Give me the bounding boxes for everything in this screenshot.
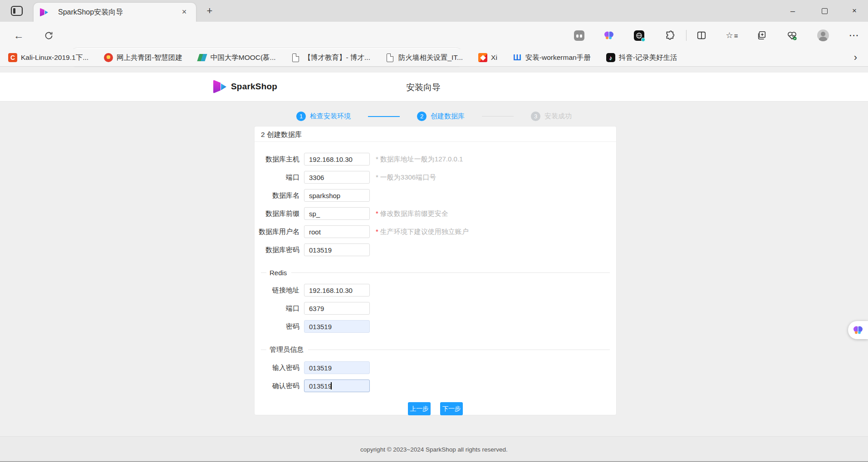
prev-step-button[interactable]: 上一步: [408, 402, 431, 415]
admin-form: 输入密码 确认密码: [255, 355, 616, 392]
tab-title: SparkShop安装向导: [58, 8, 179, 17]
bookmark-item[interactable]: Xi: [478, 53, 497, 62]
sparkshop-logo-icon: [213, 79, 227, 94]
form-row: 数据库前缀 *修改数据库前缀更安全: [256, 207, 610, 220]
form-row: 数据库主机 *数据库地址一般为127.0.0.1: [256, 153, 610, 165]
field-hint: *修改数据库前缀更安全: [376, 209, 448, 218]
step-success: 3 安装成功: [531, 112, 572, 121]
split-screen-icon[interactable]: [693, 28, 710, 43]
document-favicon: [386, 53, 395, 62]
webpage: SparkShop 安装向导 1 检查安装环境 2 创建数据库 3 安装成功 2…: [0, 67, 868, 462]
db-password-input[interactable]: [304, 243, 370, 256]
window-minimize-button[interactable]: –: [779, 0, 806, 22]
bookmark-item[interactable]: 防火墙相关设置_IT...: [386, 53, 463, 63]
field-label: 确认密码: [256, 382, 299, 390]
step-number: 3: [531, 112, 540, 121]
brand-name: SparkShop: [231, 82, 277, 92]
bookmarks-bar: C Kali-Linux-2019.1下... 网上共青团-智慧团建 中国大学M…: [0, 49, 868, 67]
field-label: 数据库名: [256, 191, 299, 200]
floating-extension-widget[interactable]: [848, 321, 868, 339]
next-step-button[interactable]: 下一步: [440, 402, 463, 415]
field-label: 数据库密码: [256, 246, 299, 254]
settings-more-icon[interactable]: ⋯: [846, 28, 862, 43]
page-header: SparkShop 安装向导: [0, 73, 868, 102]
form-row: 密码: [256, 320, 610, 333]
redis-form: 链接地址 端口 密码: [255, 277, 616, 333]
back-icon[interactable]: ←: [10, 27, 27, 44]
browser-essentials-icon[interactable]: [784, 28, 800, 43]
sparkshop-favicon: [40, 7, 49, 17]
extension-brain-icon[interactable]: [601, 28, 617, 43]
favorites-list-icon[interactable]: ☆≡: [724, 28, 740, 43]
extension-translate-icon[interactable]: [631, 28, 647, 43]
new-tab-button[interactable]: +: [203, 5, 216, 17]
form-row: 数据库用户名 *生产环境下建议使用独立账户: [256, 225, 610, 238]
bookmark-item[interactable]: Ш 安装-workerman手册: [513, 53, 591, 63]
document-favicon: [291, 53, 300, 62]
xi-favicon: [478, 53, 487, 62]
window-close-button[interactable]: ×: [841, 0, 868, 22]
bookmark-item[interactable]: C Kali-Linux-2019.1下...: [8, 53, 88, 63]
field-label: 链接地址: [256, 286, 299, 295]
field-hint: *生产环境下建议使用独立账户: [376, 228, 469, 236]
bookmark-item[interactable]: 【博才教育】- 博才...: [291, 53, 370, 63]
redis-password-input[interactable]: [304, 320, 370, 333]
bookmarks-overflow-icon[interactable]: ›: [854, 52, 860, 63]
extension-gray-icon[interactable]: [571, 28, 587, 43]
admin-password-input[interactable]: [304, 361, 370, 374]
brand: SparkShop: [213, 79, 277, 94]
text-cursor: [331, 382, 332, 389]
db-name-input[interactable]: [304, 189, 370, 202]
redis-host-input[interactable]: [304, 284, 370, 297]
db-prefix-input[interactable]: [304, 207, 370, 220]
field-label: 密码: [256, 322, 299, 331]
bookmark-item[interactable]: 中国大学MOOC(慕...: [198, 53, 276, 63]
window-maximize-button[interactable]: [811, 0, 838, 22]
form-row: 数据库密码: [256, 243, 610, 256]
button-row: 上一步 下一步: [255, 402, 616, 415]
field-hint: *数据库地址一般为127.0.0.1: [376, 155, 463, 164]
db-port-input[interactable]: [304, 171, 370, 184]
db-user-input[interactable]: [304, 225, 370, 238]
step-number: 1: [296, 112, 306, 121]
field-label: 数据库前缀: [256, 209, 299, 218]
form-row: 端口 *一般为3306端口号: [256, 171, 610, 184]
profile-avatar[interactable]: [815, 28, 831, 43]
brain-icon: [853, 325, 863, 336]
browser-toolbar: ← 不安全 192.168.20.100/install/index/step2…: [0, 22, 868, 49]
mooc-favicon: [198, 53, 207, 62]
step-indicator: 1 检查安装环境 2 创建数据库 3 安装成功: [0, 112, 868, 121]
browser-titlebar: SparkShop安装向导 × + – ×: [0, 0, 868, 22]
toolbar-divider: [686, 30, 687, 41]
admin-section-divider: 管理员信息: [255, 345, 616, 354]
field-label: 数据库用户名: [256, 228, 299, 236]
league-favicon: [104, 53, 113, 62]
page-footer: copyright © 2023~2024 SparkShop all righ…: [0, 436, 868, 462]
collections-icon[interactable]: [754, 28, 770, 43]
extensions-puzzle-icon[interactable]: [661, 28, 677, 43]
field-hint: *一般为3306端口号: [376, 173, 436, 182]
tab-workspaces-icon[interactable]: [10, 5, 24, 17]
step-connector: [482, 116, 514, 117]
db-host-input[interactable]: [304, 153, 370, 165]
refresh-icon[interactable]: [40, 27, 57, 44]
bookmark-item[interactable]: ♪ 抖音-记录美好生活: [606, 53, 677, 63]
kali-favicon: C: [8, 53, 17, 62]
form-row: 确认密码: [256, 379, 610, 392]
field-label: 数据库主机: [256, 155, 299, 164]
step-number: 2: [417, 112, 427, 121]
admin-password-confirm-input[interactable]: [304, 379, 370, 392]
db-form: 数据库主机 *数据库地址一般为127.0.0.1 端口 *一般为3306端口号 …: [255, 142, 616, 256]
form-row: 端口: [256, 302, 610, 315]
step-connector: [368, 116, 400, 117]
workerman-favicon: Ш: [513, 53, 522, 62]
field-label: 端口: [256, 304, 299, 313]
form-row: 数据库名: [256, 189, 610, 202]
tab-close-icon[interactable]: ×: [179, 7, 190, 18]
bookmark-item[interactable]: 网上共青团-智慧团建: [104, 53, 182, 63]
copyright-text: copyright © 2023~2024 SparkShop all righ…: [360, 446, 508, 453]
redis-port-input[interactable]: [304, 302, 370, 315]
install-form-card: 2 创建数据库 数据库主机 *数据库地址一般为127.0.0.1 端口 *一般为…: [254, 126, 617, 415]
browser-tab[interactable]: SparkShop安装向导 ×: [34, 3, 196, 22]
douyin-favicon: ♪: [606, 53, 615, 62]
